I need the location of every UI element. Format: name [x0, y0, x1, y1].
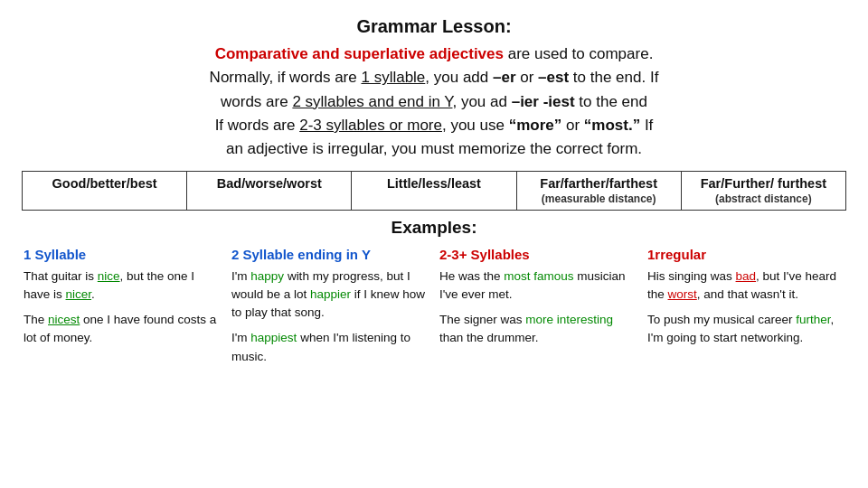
intro-most: “most.”	[584, 117, 640, 134]
intro-post: are used to compare.	[504, 45, 653, 62]
intro-1syllable: 1 syllable	[361, 69, 425, 86]
table-col2: Bad/worse/worst	[187, 171, 352, 210]
col4-title: 1rregular	[647, 247, 844, 262]
intro-iest: -iest	[539, 93, 575, 110]
intro-line4-pre: If words are	[215, 117, 300, 134]
intro-or: or	[516, 69, 539, 86]
col2-title: 2 Syllable ending in Y	[231, 247, 429, 262]
col3-block2: The signer was more interesting than the…	[439, 311, 637, 348]
examples-grid: 1 Syllable That guitar is nice, but the …	[22, 247, 846, 373]
table-col3: Little/less/least	[352, 171, 516, 210]
intro-2syllables: 2 syllables and end in Y	[292, 93, 452, 110]
intro-er: –er	[493, 69, 516, 86]
col3-title: 2-3+ Syllables	[439, 247, 637, 262]
example-col-irregular: 1rregular His singing was bad, but I've …	[646, 247, 846, 373]
intro-text: Comparative and superlative adjectives a…	[22, 42, 846, 162]
col3-block1: He was the most famous musician I've eve…	[439, 267, 637, 305]
intro-line3-mid: , you ad	[452, 93, 511, 110]
table-col1: Good/better/best	[23, 171, 187, 210]
intro-line3-pre: words are	[221, 93, 292, 110]
examples-title: Examples:	[22, 218, 846, 238]
intro-end: to the end. If	[569, 69, 658, 86]
intro-line4-end: If	[640, 117, 653, 134]
intro-line2-pre: Normally, if words are	[210, 69, 362, 86]
intro-line4-mid2: or	[561, 117, 584, 134]
table-col4a: Far/farther/farthest (measurable distanc…	[516, 171, 681, 210]
col1-title: 1 Syllable	[24, 247, 221, 262]
col1-block2: The nicest one I have found costs a lot …	[24, 311, 221, 348]
col2-block1: I'm happy with my progress, but I would …	[231, 267, 429, 323]
intro-more: “more”	[509, 117, 562, 134]
intro-ier: –ier	[512, 93, 539, 110]
example-col-23syllable: 2-3+ Syllables He was the most famous mu…	[438, 247, 638, 373]
intro-23syllables: 2-3 syllables or more	[299, 117, 442, 134]
adjective-table: Good/better/best Bad/worse/worst Little/…	[22, 171, 846, 211]
intro-line4-mid: , you use	[442, 117, 509, 134]
page-title: Grammar Lesson:	[22, 16, 846, 37]
col4-block2: To push my musical career further, I'm g…	[647, 311, 844, 348]
intro-line2-mid: , you add	[425, 69, 493, 86]
intro-red: Comparative and superlative adjectives	[215, 45, 504, 62]
example-col-2syllable: 2 Syllable ending in Y I'm happy with my…	[230, 247, 430, 373]
intro-line3-end: to the end	[575, 93, 647, 110]
example-col-1syllable: 1 Syllable That guitar is nice, but the …	[22, 247, 222, 373]
table-col4b: Far/Further/ furthest (abstract distance…	[681, 171, 845, 210]
intro-est: –est	[538, 69, 569, 86]
col1-block1: That guitar is nice, but the one I have …	[24, 267, 221, 305]
col4-block1: His singing was bad, but I've heard the …	[647, 267, 844, 305]
col2-block2: I'm happiest when I'm listening to music…	[231, 329, 429, 366]
intro-line5: an adjective is irregular, you must memo…	[226, 140, 642, 157]
